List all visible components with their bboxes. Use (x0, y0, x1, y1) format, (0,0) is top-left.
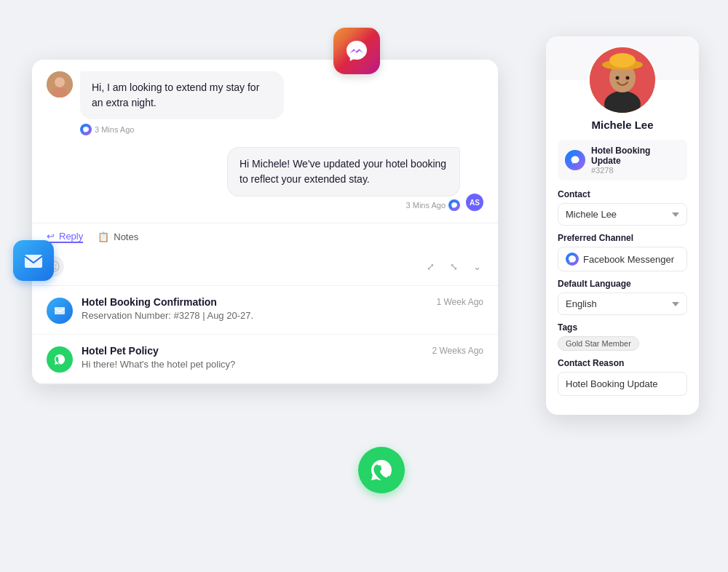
sender-avatar (47, 71, 73, 98)
notes-icon: 📋 (98, 231, 109, 242)
svg-rect-7 (55, 307, 65, 314)
contact-panel: Michele Lee Hotel Booking Update #3278 C… (546, 36, 699, 415)
agent-badge: AS (466, 194, 483, 211)
active-conversation: Hi, I am looking to extend my stay for a… (32, 60, 498, 211)
contact-avatar (590, 47, 655, 113)
outgoing-meta: 3 Mins Ago (227, 199, 460, 211)
svg-point-6 (55, 265, 57, 266)
contact-name: Michele Lee (546, 119, 699, 140)
whatsapp-channel-icon (47, 346, 73, 373)
incoming-message-group: Hi, I am looking to extend my stay for a… (47, 71, 483, 135)
incoming-bubble: Hi, I am looking to extend my stay for a… (80, 71, 284, 119)
contact-reason-value: Hotel Booking Update (558, 372, 687, 396)
conversation-list: Hotel Booking Confirmation 1 Week Ago Re… (32, 286, 498, 384)
shrink-icon[interactable]: ⤡ (444, 257, 463, 276)
svg-point-12 (609, 53, 636, 68)
expand-icon[interactable]: ⤢ (421, 257, 440, 276)
outgoing-bubble: Hi Michele! We've updated your hotel boo… (227, 147, 460, 196)
notes-tab[interactable]: 📋 Notes (98, 231, 138, 242)
messenger-app-icon[interactable] (333, 28, 380, 74)
email-channel-icon (47, 298, 73, 324)
messenger-small-icon (80, 124, 92, 135)
outgoing-message-group: Hi Michele! We've updated your hotel boo… (47, 147, 483, 211)
chat-panel: Hi, I am looking to extend my stay for a… (32, 60, 498, 384)
panel-messenger-icon (565, 150, 585, 170)
svg-point-14 (626, 76, 630, 80)
svg-rect-0 (25, 255, 42, 268)
incoming-meta: 3 Mins Ago (80, 124, 284, 135)
reply-tab[interactable]: ↩ Reply (47, 231, 83, 243)
panel-conversation-item: Hotel Booking Update #3278 (558, 140, 687, 180)
main-container: Hi, I am looking to extend my stay for a… (0, 0, 728, 572)
whatsapp-app-icon[interactable] (358, 447, 405, 493)
more-icon[interactable]: ⌄ (467, 257, 486, 276)
svg-point-13 (616, 76, 620, 80)
contact-select[interactable]: Michele Lee (558, 203, 687, 226)
email-app-icon[interactable] (13, 240, 54, 281)
channel-messenger-icon (566, 253, 579, 266)
default-language-select[interactable]: English (558, 293, 687, 315)
toolbar-icons: ⤢ ⤡ ⌄ (421, 257, 486, 276)
tag-badge: Gold Star Member (558, 336, 639, 351)
conversation-item[interactable]: Hotel Booking Confirmation 1 Week Ago Re… (32, 286, 498, 335)
toolbar-area: ⤢ ⤡ ⌄ (32, 250, 498, 286)
preferred-channel-row: Facebook Messenger (558, 247, 687, 271)
svg-point-2 (55, 77, 65, 87)
reply-notes-bar: ↩ Reply 📋 Notes (32, 223, 498, 250)
reply-icon: ↩ (47, 231, 55, 242)
outgoing-channel-icon (448, 199, 460, 211)
conversation-item[interactable]: Hotel Pet Policy 2 Weeks Ago Hi there! W… (32, 335, 498, 384)
